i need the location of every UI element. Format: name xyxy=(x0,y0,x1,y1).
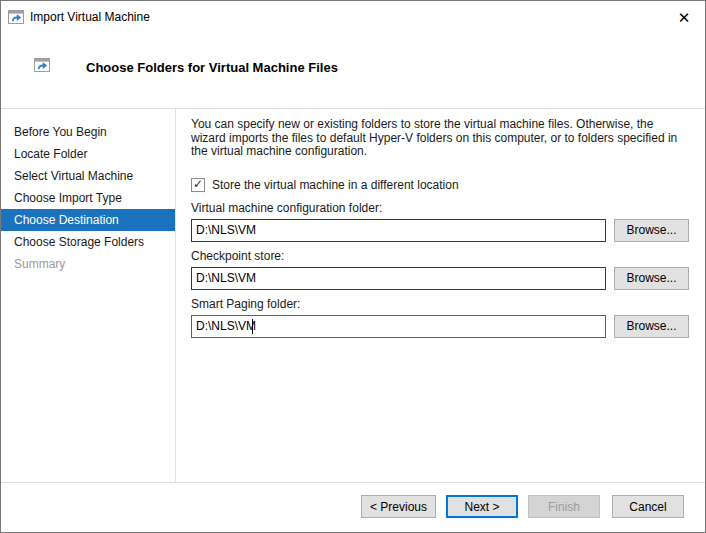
smart-paging-folder-browse-button[interactable]: Browse... xyxy=(614,315,689,338)
vm-config-folder-input[interactable] xyxy=(191,219,606,242)
text-caret xyxy=(252,319,253,334)
sidebar-item-locate-folder[interactable]: Locate Folder xyxy=(1,143,175,165)
checkpoint-store-browse-button[interactable]: Browse... xyxy=(614,267,689,290)
store-different-location-checkbox[interactable]: ✓ xyxy=(191,178,205,192)
page-title: Choose Folders for Virtual Machine Files xyxy=(86,60,338,75)
next-button[interactable]: Next > xyxy=(446,495,518,518)
sidebar-item-choose-import-type[interactable]: Choose Import Type xyxy=(1,187,175,209)
checkpoint-store-label: Checkpoint store: xyxy=(191,249,689,263)
sidebar-item-select-virtual-machine[interactable]: Select Virtual Machine xyxy=(1,165,175,187)
vm-config-folder-row: Browse... xyxy=(191,219,689,242)
smart-paging-folder-label: Smart Paging folder: xyxy=(191,297,689,311)
wizard-header: Choose Folders for Virtual Machine Files xyxy=(1,33,705,108)
vm-config-folder-browse-button[interactable]: Browse... xyxy=(614,219,689,242)
page-content: You can specify new or existing folders … xyxy=(191,109,689,482)
vm-config-folder-input-wrap xyxy=(191,219,606,242)
smart-paging-folder-input[interactable] xyxy=(191,315,606,338)
sidebar-item-summary: Summary xyxy=(1,253,175,275)
checkpoint-store-input[interactable] xyxy=(191,267,606,290)
close-icon[interactable]: ✕ xyxy=(671,6,697,30)
previous-button[interactable]: < Previous xyxy=(361,495,436,518)
checkmark-icon: ✓ xyxy=(193,178,203,190)
checkpoint-store-row: Browse... xyxy=(191,267,689,290)
smart-paging-folder-row: Browse... xyxy=(191,315,689,338)
titlebar[interactable]: Import Virtual Machine ✕ xyxy=(1,1,705,33)
cancel-button[interactable]: Cancel xyxy=(612,495,684,518)
checkpoint-store-input-wrap xyxy=(191,267,606,290)
wizard-footer: < Previous Next > Finish Cancel xyxy=(1,482,705,532)
sidebar-item-choose-storage-folders[interactable]: Choose Storage Folders xyxy=(1,231,175,253)
import-vm-app-icon xyxy=(8,10,24,24)
store-different-location-row: ✓ Store the virtual machine in a differe… xyxy=(191,177,689,193)
wizard-steps-sidebar: Before You Begin Locate Folder Select Vi… xyxy=(1,109,176,482)
vm-config-folder-label: Virtual machine configuration folder: xyxy=(191,201,689,215)
window-title: Import Virtual Machine xyxy=(30,10,150,24)
sidebar-item-choose-destination[interactable]: Choose Destination xyxy=(1,209,175,231)
sidebar-item-before-you-begin[interactable]: Before You Begin xyxy=(1,121,175,143)
import-vm-page-icon xyxy=(34,58,50,75)
import-virtual-machine-dialog: Import Virtual Machine ✕ Choose Folders … xyxy=(0,0,706,533)
page-description: You can specify new or existing folders … xyxy=(191,118,689,159)
finish-button: Finish xyxy=(528,495,600,518)
store-different-location-label: Store the virtual machine in a different… xyxy=(212,178,459,192)
smart-paging-folder-input-wrap xyxy=(191,315,606,338)
